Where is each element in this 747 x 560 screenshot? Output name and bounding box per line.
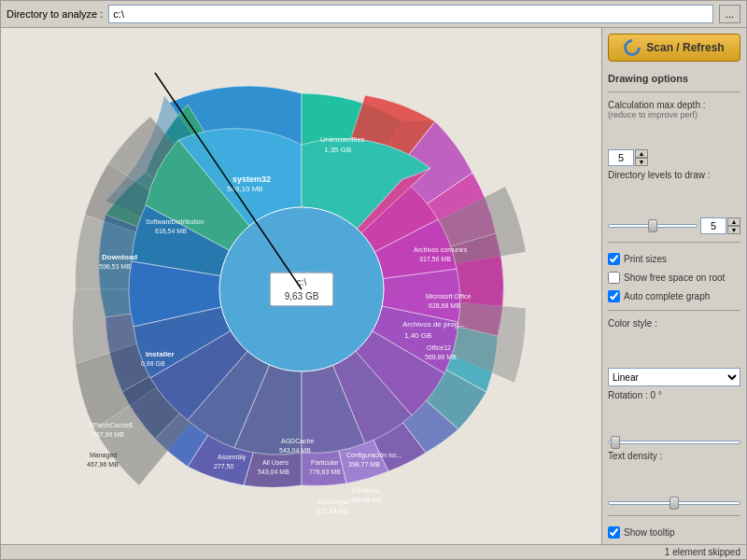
main-area: WINDOWS 3,13 GB c:\ 9,63 GB system32 546…	[1, 28, 746, 544]
svg-text:9,63 GB: 9,63 GB	[285, 291, 319, 301]
print-sizes-checkbox[interactable]	[608, 253, 620, 265]
svg-text:596,53 MB: 596,53 MB	[99, 263, 131, 270]
calc-depth-up-button[interactable]: ▲	[635, 149, 648, 158]
svg-text:1,40 GB: 1,40 GB	[404, 331, 431, 340]
directory-label: Directory to analyze :	[7, 8, 103, 20]
svg-text:Archivos de prog...: Archivos de prog...	[402, 320, 465, 329]
svg-text:Particular: Particular	[311, 459, 339, 466]
svg-text:c:\: c:\	[297, 277, 307, 287]
calc-depth-spinner: ▲ ▼	[608, 149, 648, 166]
svg-text:Escritorio: Escritorio	[352, 487, 379, 494]
main-window: Directory to analyze : ...	[0, 0, 747, 560]
svg-text:Download: Download	[102, 253, 137, 261]
svg-text:AGDCache: AGDCache	[281, 438, 315, 444]
svg-text:616,54 MB: 616,54 MB	[155, 228, 187, 234]
scan-refresh-button[interactable]: Scan / Refresh	[608, 34, 740, 62]
svg-text:317,56 MB: 317,56 MB	[419, 256, 451, 262]
color-style-select[interactable]: Linear Random By extension	[608, 368, 740, 386]
show-tooltip-row: Show tooltip	[608, 526, 740, 539]
print-sizes-label: Print sizes	[624, 254, 667, 264]
auto-complete-row: Auto complete graph	[608, 290, 740, 302]
svg-text:1,35 GB: 1,35 GB	[324, 146, 351, 154]
svg-text:Unknownfiles: Unknownfiles	[320, 135, 365, 144]
drawing-options-label: Drawing options	[608, 73, 740, 84]
svg-text:778,63 MB: 778,63 MB	[309, 469, 341, 475]
svg-text:460,68 MB: 460,68 MB	[350, 497, 382, 503]
svg-text:Managed: Managed	[90, 452, 117, 459]
svg-text:467,96 MB: 467,96 MB	[87, 461, 119, 468]
show-free-space-row: Show free space on root	[608, 272, 740, 284]
status-text: 1 element skipped	[665, 547, 740, 557]
sunburst-chart: WINDOWS 3,13 GB c:\ 9,63 GB system32 546…	[1, 28, 601, 544]
auto-complete-checkbox[interactable]	[608, 290, 620, 302]
text-density-slider[interactable]	[608, 501, 740, 505]
toolbar: Directory to analyze : ...	[1, 1, 746, 28]
rotation-label: Rotation : 0 °	[608, 390, 740, 434]
svg-text:628,68 MB: 628,68 MB	[429, 302, 460, 309]
dir-levels-label: Directory levels to draw :	[608, 170, 740, 214]
directory-input[interactable]	[108, 5, 713, 23]
show-free-space-label: Show free space on root	[624, 273, 725, 283]
svg-text:277,50: 277,50	[214, 463, 234, 469]
calc-depth-spin-buttons: ▲ ▼	[635, 149, 648, 166]
dir-levels-down-button[interactable]: ▼	[727, 226, 740, 234]
print-sizes-row: Print sizes	[608, 253, 740, 265]
show-free-space-checkbox[interactable]	[608, 272, 620, 284]
chart-area: WINDOWS 3,13 GB c:\ 9,63 GB system32 546…	[1, 28, 601, 544]
svg-text:system32: system32	[233, 175, 271, 184]
svg-text:Assembly: Assembly	[218, 454, 247, 461]
svg-text:0,98 GB: 0,98 GB	[141, 360, 165, 367]
show-tooltip-checkbox[interactable]	[608, 526, 620, 539]
svg-text:569,86 MB: 569,86 MB	[425, 354, 457, 360]
status-bar: 1 element skipped	[1, 544, 746, 559]
text-density-label: Text density :	[608, 451, 740, 495]
dir-levels-slider[interactable]	[608, 224, 698, 228]
rotation-slider[interactable]	[608, 441, 740, 444]
svg-text:$PatchCache$: $PatchCache$	[90, 422, 133, 428]
dir-levels-up-button[interactable]: ▲	[727, 217, 740, 226]
svg-text:371,43 MB: 371,43 MB	[317, 508, 348, 514]
svg-text:398,77 MB: 398,77 MB	[348, 461, 380, 468]
calc-depth-input[interactable]	[608, 149, 634, 166]
browse-button[interactable]: ...	[719, 5, 740, 23]
color-style-row: Linear Random By extension	[608, 368, 740, 386]
color-style-label: Color style :	[608, 318, 740, 362]
svg-text:SoftwareDistribution: SoftwareDistribution	[146, 218, 204, 225]
svg-text:Configuración loc...: Configuración loc...	[346, 452, 402, 459]
svg-text:All Users: All Users	[262, 459, 289, 466]
svg-text:543,04 MB: 543,04 MB	[258, 469, 289, 475]
calc-depth-down-button[interactable]: ▼	[635, 158, 648, 166]
svg-text:543,04 MB: 543,04 MB	[279, 447, 311, 454]
svg-text:Archivos comunes: Archivos comunes	[414, 246, 468, 253]
calc-depth-row: ▲ ▼	[608, 149, 740, 166]
svg-text:Office12: Office12	[427, 344, 451, 351]
svg-text:Descargas: Descargas	[318, 498, 350, 506]
svg-text:467,96 MB: 467,96 MB	[92, 431, 124, 438]
svg-text:Microsoft Office: Microsoft Office	[426, 293, 472, 300]
calc-depth-label: Calculation max depth : (reduce to impro…	[608, 100, 740, 144]
dir-levels-input[interactable]	[700, 217, 726, 234]
auto-complete-label: Auto complete graph	[624, 291, 710, 301]
show-tooltip-label: Show tooltip	[624, 527, 674, 538]
sidebar: Scan / Refresh Drawing options Calculati…	[601, 28, 746, 544]
svg-text:Installer: Installer	[146, 350, 175, 358]
